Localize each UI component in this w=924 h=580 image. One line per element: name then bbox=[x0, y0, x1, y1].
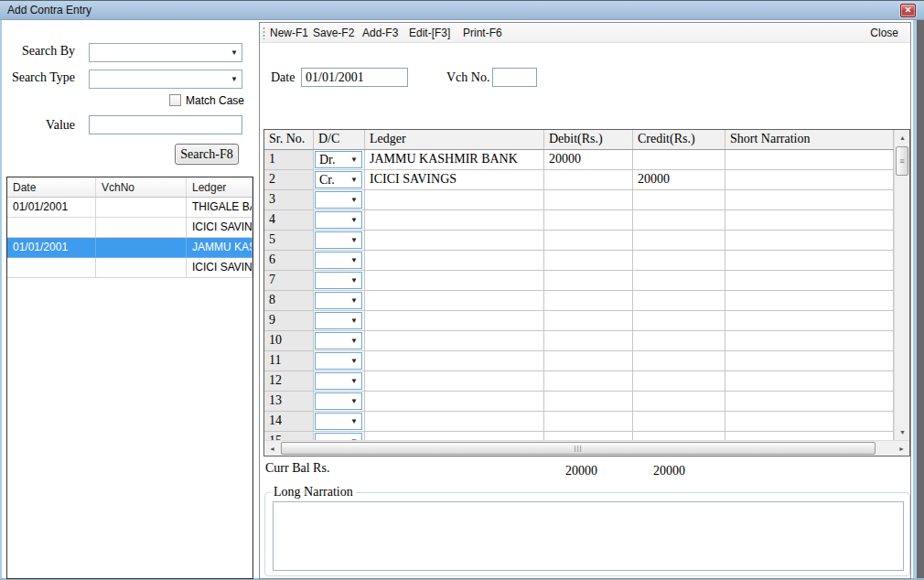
dc-combobox[interactable]: ▼ bbox=[315, 211, 362, 229]
value-input[interactable] bbox=[89, 115, 242, 134]
entry-grid-row: 14▼ bbox=[264, 412, 894, 432]
cell-srno: 7 bbox=[264, 271, 314, 291]
horizontal-scrollbar-thumb[interactable]: ||| bbox=[281, 442, 876, 455]
vertical-scrollbar-thumb[interactable]: ≡ bbox=[896, 146, 908, 176]
dc-combobox[interactable]: ▼ bbox=[315, 392, 362, 410]
dc-combobox[interactable]: ▼ bbox=[315, 272, 362, 289]
entry-grid-row: 4▼ bbox=[264, 210, 894, 231]
cell-ledger bbox=[365, 311, 544, 331]
toolbar: New-F1 Save-F2 Add-F3 Edit-[F3] Print-F6… bbox=[260, 23, 910, 43]
window-border-right-inner bbox=[913, 20, 917, 580]
cell-debit bbox=[544, 170, 633, 190]
entry-grid-row: 6▼ bbox=[264, 251, 894, 271]
cell-ledger bbox=[365, 190, 544, 210]
toolbar-new-button[interactable]: New-F1 bbox=[270, 27, 308, 39]
search-result-row[interactable]: 01/01/2001THIGALE BA bbox=[7, 198, 252, 218]
column-header-credit[interactable]: Credit(Rs.) bbox=[633, 130, 725, 149]
cell-debit bbox=[544, 231, 633, 251]
cell-dc: ▼ bbox=[314, 331, 365, 351]
toolbar-print-button[interactable]: Print-F6 bbox=[463, 27, 502, 39]
cell-narration bbox=[725, 210, 894, 231]
dc-combobox[interactable]: ▼ bbox=[315, 352, 362, 370]
dc-combobox[interactable]: ▼ bbox=[315, 292, 362, 309]
cell-credit bbox=[633, 371, 725, 392]
scroll-left-icon[interactable]: ◄ bbox=[264, 441, 280, 456]
cell-narration bbox=[725, 231, 894, 251]
cell-dc: ▼ bbox=[314, 291, 365, 311]
cell-dc: ▼ bbox=[314, 412, 365, 432]
cell-date bbox=[7, 258, 96, 278]
dc-combobox[interactable]: ▼ bbox=[315, 191, 362, 209]
dc-combobox[interactable]: ▼ bbox=[315, 231, 362, 249]
column-header-ledger[interactable]: Ledger bbox=[187, 177, 252, 197]
cell-credit bbox=[633, 311, 725, 331]
dc-combobox[interactable]: Dr.▼ bbox=[315, 151, 362, 168]
entry-grid-row: 8▼ bbox=[264, 291, 894, 311]
search-result-row[interactable]: ICICI SAVING bbox=[7, 258, 252, 278]
search-button[interactable]: Search-F8 bbox=[175, 144, 239, 165]
entry-grid-row: 10▼ bbox=[264, 331, 894, 351]
chevron-down-icon: ▼ bbox=[350, 317, 358, 325]
column-header-date[interactable]: Date bbox=[7, 177, 96, 197]
dc-value: Dr. bbox=[319, 152, 336, 168]
cell-srno: 10 bbox=[264, 331, 314, 351]
cell-narration bbox=[725, 311, 894, 331]
cell-narration bbox=[725, 170, 894, 190]
dc-combobox[interactable]: ▼ bbox=[315, 252, 362, 269]
column-header-narration[interactable]: Short Narration bbox=[725, 130, 894, 149]
vch-no-input[interactable] bbox=[492, 68, 537, 87]
cell-ledger: JAMMU KASHMIR BANK bbox=[365, 150, 544, 170]
cell-narration bbox=[725, 412, 894, 432]
cell-srno: 11 bbox=[264, 351, 314, 371]
cell-srno: 8 bbox=[264, 291, 314, 311]
scroll-right-icon[interactable]: ► bbox=[894, 441, 909, 456]
column-header-vchno[interactable]: VchNo bbox=[96, 177, 187, 197]
column-header-srno[interactable]: Sr. No. bbox=[264, 130, 314, 149]
cell-dc: ▼ bbox=[314, 351, 365, 371]
entry-grid-header: Sr. No. D/C Ledger Debit(Rs.) Credit(Rs.… bbox=[264, 130, 894, 150]
scroll-down-icon[interactable]: ▼ bbox=[895, 424, 910, 440]
search-result-row[interactable]: ICICI SAVING bbox=[7, 218, 252, 238]
cell-ledger bbox=[365, 392, 544, 412]
vertical-scrollbar[interactable]: ▲ ≡ ▼ bbox=[894, 130, 909, 440]
window-close-button[interactable]: ✕ bbox=[900, 4, 916, 17]
toolbar-edit-button[interactable]: Edit-[F3] bbox=[409, 27, 450, 39]
scroll-up-icon[interactable]: ▲ bbox=[895, 130, 910, 145]
cell-srno: 13 bbox=[264, 392, 314, 412]
search-type-combobox[interactable]: ▼ bbox=[89, 70, 242, 89]
cell-srno: 1 bbox=[264, 150, 314, 170]
search-results-body: 01/01/2001THIGALE BAICICI SAVING01/01/20… bbox=[7, 198, 252, 278]
search-by-combobox[interactable]: ▼ bbox=[89, 43, 242, 62]
cell-debit bbox=[544, 311, 633, 331]
cell-vchno bbox=[96, 238, 187, 258]
chevron-down-icon: ▼ bbox=[350, 237, 358, 244]
long-narration-label: Long Narration bbox=[271, 485, 356, 499]
horizontal-scrollbar[interactable]: ◄ ||| ► bbox=[264, 440, 909, 456]
toolbar-close-button[interactable]: Close bbox=[870, 27, 898, 39]
dc-combobox[interactable]: ▼ bbox=[315, 312, 362, 329]
search-result-row[interactable]: 01/01/2001JAMMU KAS bbox=[7, 238, 252, 258]
cell-ledger: ICICI SAVING bbox=[187, 218, 252, 238]
dc-combobox[interactable]: Cr.▼ bbox=[315, 171, 362, 188]
column-header-debit[interactable]: Debit(Rs.) bbox=[544, 130, 633, 149]
long-narration-textarea[interactable] bbox=[273, 501, 904, 571]
cell-ledger bbox=[365, 271, 544, 291]
dc-combobox[interactable]: ▼ bbox=[315, 332, 362, 349]
cell-vchno bbox=[96, 198, 187, 218]
cell-debit bbox=[544, 392, 633, 412]
cell-dc: ▼ bbox=[314, 210, 365, 231]
curr-bal-credit-total: 20000 bbox=[653, 464, 685, 478]
cell-dc: ▼ bbox=[314, 311, 365, 331]
chevron-down-icon: ▼ bbox=[231, 49, 238, 57]
toolbar-add-button[interactable]: Add-F3 bbox=[362, 27, 398, 39]
date-input[interactable] bbox=[301, 68, 408, 87]
cell-debit bbox=[544, 351, 633, 371]
toolbar-save-button[interactable]: Save-F2 bbox=[313, 27, 354, 39]
dc-combobox[interactable]: ▼ bbox=[315, 413, 362, 430]
cell-ledger: JAMMU KAS bbox=[187, 238, 252, 258]
dc-combobox[interactable]: ▼ bbox=[315, 372, 362, 390]
column-header-ledger[interactable]: Ledger bbox=[365, 130, 544, 149]
column-header-dc[interactable]: D/C bbox=[314, 130, 365, 149]
match-case-checkbox[interactable] bbox=[169, 94, 181, 106]
cell-debit bbox=[544, 371, 633, 392]
